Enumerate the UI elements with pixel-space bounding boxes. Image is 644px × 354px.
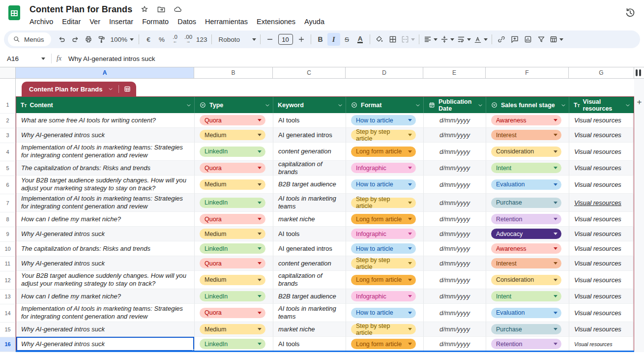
currency-format-button[interactable]: € — [142, 33, 155, 46]
row-header-7[interactable]: 7 — [0, 194, 16, 212]
more-formats-button[interactable]: 123 — [195, 33, 208, 46]
dropdown-chip[interactable]: Quora — [200, 214, 265, 224]
cell-keyword-11[interactable]: content generation — [273, 256, 346, 271]
cell-type-4[interactable]: LinkedIn — [195, 143, 273, 161]
cell-stage-16[interactable]: Retention — [486, 337, 569, 352]
cell-format-6[interactable]: How to article — [346, 176, 424, 194]
dropdown-chip[interactable]: Infographic — [351, 163, 416, 173]
dropdown-chip[interactable]: Quora — [200, 308, 265, 318]
cell-type-5[interactable]: Quora — [195, 161, 273, 176]
cell-visual-14[interactable]: Visual resources — [569, 304, 633, 322]
cell-visual-3[interactable]: Visual resources — [569, 128, 633, 143]
cell-keyword-2[interactable]: AI tools — [273, 113, 346, 128]
cell-format-9[interactable]: Infographic — [346, 227, 424, 241]
cell-stage-6[interactable]: Evaluation — [486, 176, 569, 194]
redo-button[interactable] — [69, 33, 82, 46]
cell-content-11[interactable]: Why AI-generated intros suck — [16, 256, 195, 271]
name-box[interactable]: A16 — [5, 55, 50, 62]
star-icon[interactable] — [140, 5, 149, 14]
paint-format-button[interactable] — [95, 33, 108, 46]
cell-type-6[interactable]: Medium — [195, 176, 273, 194]
cell-format-16[interactable]: Long form article — [346, 337, 424, 352]
dropdown-chip[interactable]: Purchase — [491, 324, 561, 334]
menu-editar[interactable]: Editar — [58, 16, 85, 27]
cell-date-2[interactable]: d/mm/yyyy — [424, 113, 486, 128]
cell-type-8[interactable]: Quora — [195, 212, 273, 227]
menu-herramientas[interactable]: Herramientas — [201, 16, 252, 27]
menu-ayuda[interactable]: Ayuda — [300, 16, 329, 27]
dropdown-chip[interactable]: LinkedIn — [200, 291, 265, 301]
cell-content-3[interactable]: Why AI-generated intros suck — [16, 128, 195, 143]
cell-keyword-6[interactable]: B2B target audience — [273, 176, 346, 194]
document-title[interactable]: Content Plan for Brands — [29, 4, 132, 15]
dropdown-chip[interactable]: Retention — [491, 214, 561, 224]
row-header-8[interactable]: 8 — [0, 212, 16, 227]
cell-type-3[interactable]: Medium — [195, 128, 273, 143]
cell-keyword-4[interactable]: content generation — [273, 143, 346, 161]
cell-type-12[interactable]: Medium — [195, 271, 273, 289]
dropdown-chip[interactable]: LinkedIn — [200, 198, 265, 208]
cell-format-2[interactable]: How to article — [346, 113, 424, 128]
cell-keyword-5[interactable]: capitalization of brands — [273, 161, 346, 176]
cell-visual-12[interactable]: Visual resources — [569, 271, 633, 289]
row-header-13[interactable]: 13 — [0, 290, 16, 304]
text-rotation-button[interactable] — [472, 33, 489, 46]
table-header-format[interactable]: Format — [346, 97, 424, 113]
scrollbar-handle[interactable] — [636, 69, 638, 76]
dropdown-chip[interactable]: Long form article — [351, 339, 416, 349]
cell-date-15[interactable]: d/mm/yyyy — [424, 322, 486, 337]
cell-visual-10[interactable]: Visual resources — [569, 241, 633, 256]
dropdown-chip[interactable]: Long form article — [351, 147, 416, 157]
dropdown-chip[interactable]: Infographic — [351, 229, 416, 239]
column-header-G[interactable]: G — [569, 67, 634, 78]
cell-keyword-8[interactable]: market niche — [273, 212, 346, 227]
dropdown-chip[interactable]: Step by step article — [351, 130, 416, 140]
row-header-14[interactable]: 14 — [0, 304, 16, 323]
strikethrough-button[interactable]: S — [341, 33, 353, 46]
cell-stage-2[interactable]: Awareness — [486, 113, 569, 128]
fill-color-button[interactable] — [373, 33, 386, 46]
bold-button[interactable]: B — [314, 33, 327, 46]
dropdown-chip[interactable]: Quora — [200, 115, 265, 125]
version-history-icon[interactable] — [624, 7, 637, 20]
dropdown-chip[interactable]: Step by step article — [351, 258, 416, 268]
cell-type-13[interactable]: LinkedIn — [195, 289, 273, 304]
cell-type-7[interactable]: LinkedIn — [195, 194, 273, 212]
cell-visual-2[interactable]: Visual resources — [569, 113, 633, 128]
menu-extensiones[interactable]: Extensiones — [252, 16, 300, 27]
cell-keyword-7[interactable]: AI tools in marketing teams — [273, 194, 346, 212]
borders-button[interactable] — [386, 33, 399, 46]
cell-stage-10[interactable]: Awareness — [486, 241, 569, 256]
cell-format-12[interactable]: Long form article — [346, 271, 424, 289]
row-header-11[interactable]: 11 — [0, 257, 16, 271]
row-header-15[interactable]: 15 — [0, 323, 16, 337]
cell-format-4[interactable]: Long form article — [346, 143, 424, 161]
cell-date-11[interactable]: d/mm/yyyy — [424, 256, 486, 271]
dropdown-chip[interactable]: Quora — [200, 258, 265, 268]
cell-type-11[interactable]: Quora — [195, 256, 273, 271]
cell-stage-15[interactable]: Purchase — [486, 322, 569, 337]
formula-input[interactable]: Why AI-generated intros suck — [68, 55, 155, 62]
merge-cells-button[interactable] — [400, 33, 416, 46]
cell-date-7[interactable]: d/mm/yyyy — [424, 194, 486, 212]
insert-comment-button[interactable] — [508, 33, 521, 46]
percent-format-button[interactable]: % — [155, 33, 168, 46]
font-select[interactable]: Roboto — [215, 33, 257, 46]
cell-visual-15[interactable]: Visual resources — [569, 322, 633, 337]
dropdown-chip[interactable]: Infographic — [351, 291, 416, 301]
column-header-D[interactable]: D — [346, 67, 423, 78]
cell-format-7[interactable]: Step by step article — [346, 194, 424, 212]
dropdown-chip[interactable]: Interest — [491, 130, 561, 140]
cell-format-15[interactable]: Step by step article — [346, 322, 424, 337]
table-views-button[interactable] — [548, 33, 564, 46]
scrollbar-handle[interactable] — [639, 69, 641, 76]
dropdown-chip[interactable]: Evaluation — [491, 179, 561, 190]
dropdown-chip[interactable]: How to article — [351, 243, 416, 254]
dropdown-chip[interactable]: Interest — [491, 258, 561, 268]
row-header-4[interactable]: 4 — [0, 143, 16, 161]
cell-stage-12[interactable]: Consideration — [486, 271, 569, 289]
cell-date-13[interactable]: d/mm/yyyy — [424, 289, 486, 304]
cell-stage-7[interactable]: Purchase — [486, 194, 569, 212]
cell-date-8[interactable]: d/mm/yyyy — [424, 212, 486, 227]
cell-keyword-9[interactable]: AI tools — [273, 227, 346, 241]
